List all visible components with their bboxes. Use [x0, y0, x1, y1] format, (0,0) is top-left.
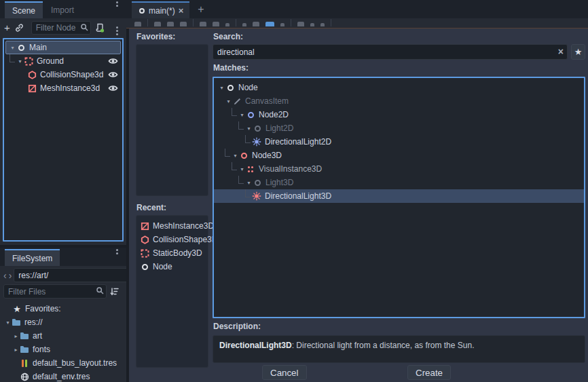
match-item-directionallight2d[interactable]: DirectionalLight2D [214, 135, 584, 149]
fs-item-res-root[interactable]: ▾ res:// [4, 316, 126, 329]
filesystem-filter-row [0, 284, 126, 299]
scene-tree-item-collisionshape3d[interactable]: CollisionShape3d [4, 68, 122, 81]
visibility-eye-icon[interactable] [108, 71, 118, 79]
match-item-canvasitem[interactable]: ▾ CanvasItem [214, 94, 584, 108]
collision-shape-3d-icon [27, 70, 37, 79]
scene-tree-item-main[interactable]: ▾ Main [5, 41, 121, 54]
toolbar-icon-stub [320, 23, 325, 26]
tab-scene[interactable]: Scene [5, 1, 43, 18]
tab-import[interactable]: Import [43, 1, 82, 18]
recent-item-staticbody3d[interactable]: StaticBody3D [140, 246, 208, 260]
description-class-name: DirectionalLight3D [219, 341, 292, 350]
tree-elbow [10, 54, 15, 62]
filesystem-tree: ★ Favorites: ▾ res:// ▸ art ▸ [0, 299, 126, 382]
visibility-eye-icon[interactable] [108, 84, 118, 92]
scene-tree-item-ground[interactable]: ▾ Ground [4, 54, 122, 68]
tab-main-scene[interactable]: main(*) × [132, 1, 189, 18]
chevron-down-icon[interactable]: ▾ [245, 126, 253, 132]
favorites-list[interactable] [136, 44, 208, 196]
filesystem-tabbar: FileSystem [0, 248, 126, 266]
match-item-node2d[interactable]: ▾ Node2D [214, 108, 584, 121]
history-back-button[interactable]: ‹ [3, 270, 7, 281]
chevron-down-icon[interactable]: ▾ [232, 153, 239, 159]
sort-files-icon[interactable] [110, 287, 120, 297]
node3d-icon [239, 151, 249, 160]
chevron-down-icon[interactable]: ▾ [16, 58, 24, 64]
add-node-button[interactable]: + [4, 22, 10, 33]
close-icon[interactable]: × [179, 6, 184, 15]
toggle-favorite-button[interactable]: ★ [571, 44, 585, 60]
clear-search-icon[interactable]: × [558, 46, 564, 57]
fs-item-fonts[interactable]: ▸ fonts [4, 343, 126, 356]
environment-globe-icon [20, 372, 29, 381]
search-icon [80, 23, 89, 34]
folder-icon [12, 318, 21, 327]
scene-tree: ▾ Main ▾ Ground [3, 38, 124, 242]
mesh-instance-3d-icon [27, 83, 37, 93]
cancel-button[interactable]: Cancel [262, 365, 307, 380]
collision-shape-3d-icon [140, 235, 149, 244]
chevron-down-icon[interactable]: ▾ [4, 320, 12, 326]
scene-tab-bar: main(*) × + [126, 0, 588, 18]
scene-tree-item-meshinstance3d[interactable]: MeshInstance3d [4, 81, 122, 95]
current-path-input[interactable] [14, 268, 126, 282]
folder-icon [20, 331, 29, 341]
visual-instance-3d-icon [246, 164, 255, 174]
search-icon [96, 286, 105, 297]
chevron-down-icon[interactable]: ▾ [238, 166, 246, 172]
viewport-toolbar [126, 18, 588, 28]
filesystem-filter-input[interactable] [3, 284, 107, 299]
directional-light-2d-icon [252, 137, 261, 147]
matches-tree: ▾ Node ▾ CanvasItem ▾ Node2D [213, 77, 585, 318]
search-input[interactable] [213, 44, 568, 60]
chevron-down-icon[interactable]: ▾ [245, 180, 253, 186]
chevron-right-icon[interactable]: ▸ [12, 347, 20, 353]
search-label: Search: [213, 28, 585, 44]
dialog-right-column: Search: × ★ Matches: ▾ Node ▾ [213, 28, 585, 363]
fs-item-default-env[interactable]: default_env.tres [4, 370, 126, 382]
dialog-left-column: Favorites: Recent: MeshInstance3D Collis… [136, 28, 208, 368]
create-button[interactable]: Create [407, 365, 451, 380]
tree-elbow [238, 176, 244, 184]
toolbar-icon-stub [200, 22, 206, 26]
recent-item-node[interactable]: Node [140, 260, 208, 273]
scene-tree-menu-icon[interactable] [116, 26, 118, 28]
toolbar-icon-stub [253, 22, 259, 26]
match-item-light2d[interactable]: ▾ Light2D [214, 121, 584, 135]
fs-item-default-bus-layout[interactable]: default_bus_layout.tres [4, 356, 126, 370]
node-icon [225, 83, 235, 92]
attach-script-icon[interactable] [95, 23, 105, 33]
toolbar-icon-stub [297, 22, 304, 26]
toolbar-icon-stub [265, 22, 274, 26]
godot-editor-window: Scene Import + [0, 0, 588, 382]
tree-elbow [238, 121, 244, 130]
search-row: × ★ [213, 44, 585, 60]
match-item-node3d[interactable]: ▾ Node3D [214, 149, 584, 162]
toolbar-icon-stub [280, 23, 284, 26]
chevron-down-icon[interactable]: ▾ [218, 85, 225, 91]
fs-item-favorites[interactable]: ★ Favorites: [4, 302, 126, 316]
toolbar-icon-stub [154, 22, 161, 26]
match-item-light3d[interactable]: ▾ Light3D [214, 176, 584, 189]
chevron-right-icon[interactable]: ▸ [12, 333, 20, 339]
tree-elbow [232, 108, 237, 116]
chevron-down-icon[interactable]: ▾ [238, 112, 246, 118]
recent-item-collisionshape3d[interactable]: CollisionShape3D [140, 233, 208, 246]
visibility-eye-icon[interactable] [108, 57, 118, 65]
description-text: : Directional light from a distance, as … [292, 341, 475, 350]
history-forward-button[interactable]: › [9, 270, 12, 281]
directional-light-3d-icon [252, 191, 261, 201]
chevron-down-icon[interactable]: ▾ [9, 45, 16, 51]
tab-filesystem[interactable]: FileSystem [5, 249, 60, 266]
recent-item-meshinstance3d[interactable]: MeshInstance3D [140, 219, 208, 233]
match-item-visualinstance3d[interactable]: ▾ VisualInstance3D [214, 162, 584, 176]
light2d-icon [253, 123, 262, 133]
tree-elbow [245, 135, 251, 143]
fs-item-art[interactable]: ▸ art [4, 329, 126, 343]
new-scene-tab-button[interactable]: + [198, 3, 204, 16]
instance-scene-icon[interactable] [14, 23, 24, 33]
match-item-node[interactable]: ▾ Node [214, 81, 584, 94]
recent-list: MeshInstance3D CollisionShape3D StaticBo… [136, 215, 208, 368]
match-item-directionallight3d[interactable]: DirectionalLight3D [214, 189, 584, 203]
chevron-down-icon[interactable]: ▾ [225, 98, 232, 104]
